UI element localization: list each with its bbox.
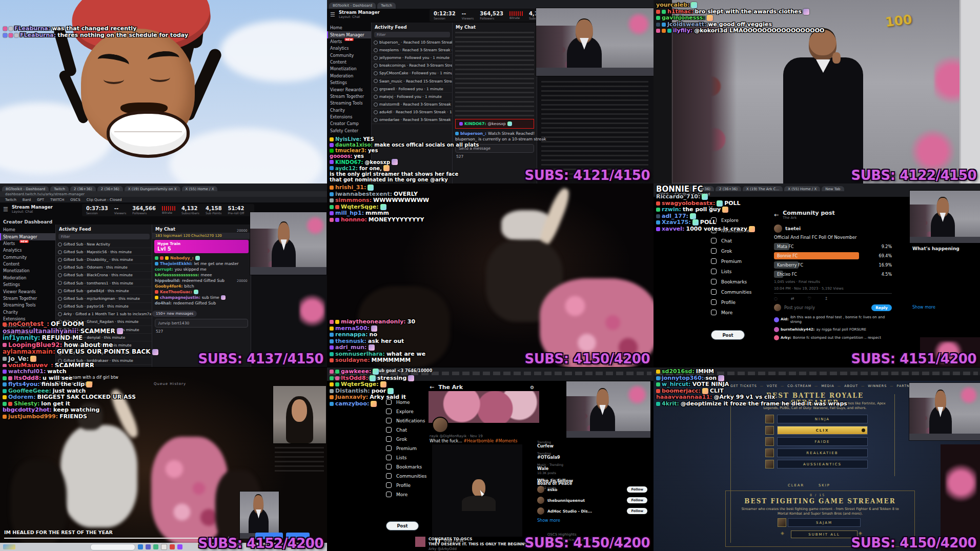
activity-feed-item[interactable]: adu4dl · Reached 10-Stream Streak · 1 mi… xyxy=(372,109,453,116)
activity-feed-item[interactable]: Gifted Sub · tomtheres1 · this minute xyxy=(56,279,152,287)
sidebar-item[interactable]: Home xyxy=(327,25,371,31)
submit-all-button[interactable]: SUBMIT ALL xyxy=(791,530,858,538)
nominee-pill[interactable]: NINJA xyxy=(777,415,868,423)
chat-username[interactable]: burntwhisky442: xyxy=(781,328,814,332)
taskbar-app[interactable] xyxy=(146,544,151,549)
chat-username[interactable]: FLeaburna: xyxy=(14,26,50,32)
chat-username[interactable]: 4krit: xyxy=(662,401,679,407)
activity-feed-item[interactable]: matejvj · Followed you · 1 minute xyxy=(372,93,453,100)
sidebar-item[interactable]: Community xyxy=(327,52,371,59)
chat-username[interactable]: youMauvey_: xyxy=(8,362,53,367)
reply-input[interactable]: Post your reply xyxy=(784,305,868,310)
activity-feed-item[interactable]: Gifted Sub · DissAbility_ · this minute xyxy=(56,256,152,263)
trend-item[interactable]: #OTGala9 xyxy=(912,267,977,276)
chat-username[interactable]: hippobuild: xyxy=(155,278,180,283)
chat-username[interactable]: Arky: xyxy=(781,336,791,340)
chat-username[interactable]: simmmons: xyxy=(335,197,372,204)
chat-username[interactable]: haaavvaannaa11: xyxy=(656,394,712,401)
sidebar-item[interactable]: Streaming Tools xyxy=(327,100,371,107)
taskbar-app[interactable] xyxy=(170,544,175,549)
chat-username[interactable]: yourcaleb: xyxy=(656,2,689,9)
sidebar-item[interactable]: Extensions xyxy=(327,114,371,120)
nominee-pill[interactable]: AUSSIEANTICS xyxy=(777,460,868,468)
nominee-row[interactable]: FAIDE xyxy=(765,437,868,446)
suggested-user-name[interactable]: AdHoc Studio - Dis... xyxy=(547,509,624,514)
suggested-user-name[interactable]: thebunniqueenut xyxy=(547,498,624,503)
sidebar-item[interactable]: Moderation xyxy=(0,275,55,281)
chat-username[interactable]: daunta1xiso: xyxy=(335,142,373,148)
site-nav-link[interactable]: WINNERS xyxy=(868,384,887,387)
clear-vote-link[interactable]: CLEAR xyxy=(788,483,804,487)
chat-username[interactable]: KINDO67: xyxy=(335,159,363,165)
trend-item[interactable]: Brock Bowers xyxy=(912,292,977,302)
chat-username[interactable]: Xzav175: xyxy=(662,219,691,226)
chat-username[interactable]: Aid: xyxy=(781,317,789,322)
sidebar-item[interactable]: Settings xyxy=(327,79,371,86)
bookmark[interactable]: GPT xyxy=(37,198,44,202)
show-more-link[interactable]: Show more xyxy=(537,518,647,523)
chat-username[interactable]: camzyboo: xyxy=(335,401,369,407)
reply-icon[interactable]: ◌ xyxy=(774,296,778,301)
sidebar-item[interactable]: Stream Manager xyxy=(327,31,371,38)
chat-username[interactable]: adri_mun: xyxy=(335,344,367,351)
chat-username[interactable]: ilyfily: xyxy=(673,28,692,34)
sidebar-item[interactable]: Stream Together xyxy=(0,295,55,302)
sidebar-item[interactable]: Content xyxy=(327,59,371,66)
chat-username[interactable]: TheJointEkkhi: xyxy=(160,261,192,266)
nominee-pill[interactable]: CLIX xyxy=(777,426,868,435)
chat-username[interactable]: mill_hp1: xyxy=(335,210,364,217)
chat-username[interactable]: NyisLive: xyxy=(335,136,361,142)
sidebar-item[interactable]: Streaming Tools xyxy=(0,302,55,309)
chat-username[interactable]: FLeaburna: xyxy=(20,32,56,39)
chat-username[interactable]: kArlosssssssssssss: xyxy=(155,273,199,277)
clip-queue-tabs[interactable]: Queue History xyxy=(154,382,186,386)
follow-button[interactable]: Follow xyxy=(627,508,647,514)
tweet-hashtags[interactable]: #Heartbomble #Moments xyxy=(463,439,517,443)
activity-feed-item[interactable]: omedarlae · Reached 3-Stream Streak · 2 … xyxy=(372,116,453,124)
avatar[interactable] xyxy=(537,507,544,515)
chat-username[interactable]: watchful01: xyxy=(8,369,46,375)
activity-feed-item[interactable]: SpyCMoonCake · Followed you · 1 minute xyxy=(372,70,453,77)
activity-feed-item[interactable]: breakcomings · Reached 3-Stream Streak ·… xyxy=(372,62,453,70)
channel-points[interactable]: 527 xyxy=(152,329,251,334)
x-nav-item[interactable]: Chat xyxy=(711,238,752,243)
skip-vote-link[interactable]: SKIP xyxy=(819,483,830,487)
menu-icon[interactable]: ☰ xyxy=(3,206,8,213)
chat-username[interactable]: bluperson_: xyxy=(460,131,486,136)
reply-button[interactable]: Reply xyxy=(871,304,892,311)
poll-option[interactable]: Ehcixo FC4.5% xyxy=(774,271,892,278)
chat-username[interactable]: champagnejustin: xyxy=(160,295,200,300)
suggested-user-name[interactable]: esko xyxy=(547,487,624,492)
avatar[interactable] xyxy=(537,486,544,493)
follow-button[interactable]: Follow xyxy=(627,486,647,493)
trend-item[interactable]: Jake Moody xyxy=(912,254,977,263)
chat-username[interactable]: rzwin: xyxy=(662,207,681,213)
avatar[interactable] xyxy=(774,225,782,233)
chat-username[interactable]: inf1ynnity: xyxy=(3,335,40,342)
sidebar-item[interactable]: Charity xyxy=(0,309,55,316)
bookmark[interactable]: Bard xyxy=(23,198,31,202)
sidebar-item[interactable]: Analytics xyxy=(0,247,55,254)
activity-feed-item[interactable]: grgswell · Followed you · 1 minute xyxy=(372,85,453,93)
sidebar-item[interactable]: Stream Manager xyxy=(0,233,55,240)
chat-username[interactable]: Riccardo_710: xyxy=(656,194,700,200)
sidebar-item[interactable]: Viewer Rewards xyxy=(327,86,371,93)
chat-input[interactable]: /unvip bert1430 xyxy=(155,319,248,328)
activity-feed-item[interactable]: meeplems · Reached 3-Stream Streak · 1 m… xyxy=(372,46,453,54)
filter-box[interactable]: Filter xyxy=(374,32,450,37)
bookmark[interactable]: Clip Queue - Closed xyxy=(87,198,122,202)
chat-username[interactable]: rennappa: xyxy=(335,332,368,338)
chat-username[interactable]: bbgcdotty2hot: xyxy=(3,407,52,414)
sidebar-item[interactable]: Content xyxy=(0,261,55,268)
chat-username[interactable]: WqterSqge: xyxy=(341,381,379,388)
activity-feed-item[interactable]: Swan_music · Reached 15-Stream Streak · … xyxy=(372,77,453,85)
x-nav-item[interactable]: More xyxy=(711,310,752,315)
x-nav-item[interactable]: Profile xyxy=(386,482,427,488)
url-bar[interactable]: dashboard.twitch.tv/u/arky/stream-manage… xyxy=(0,191,327,197)
browser-tab[interactable]: BGToolkit - Dashboard xyxy=(329,3,376,9)
show-more-link[interactable]: Show more xyxy=(912,305,977,310)
video-scrubber[interactable] xyxy=(4,538,223,539)
x-nav-item[interactable]: Profile xyxy=(711,299,752,305)
chat-username[interactable]: KINDO67: xyxy=(464,121,486,126)
sidebar-item[interactable]: Community xyxy=(0,254,55,261)
